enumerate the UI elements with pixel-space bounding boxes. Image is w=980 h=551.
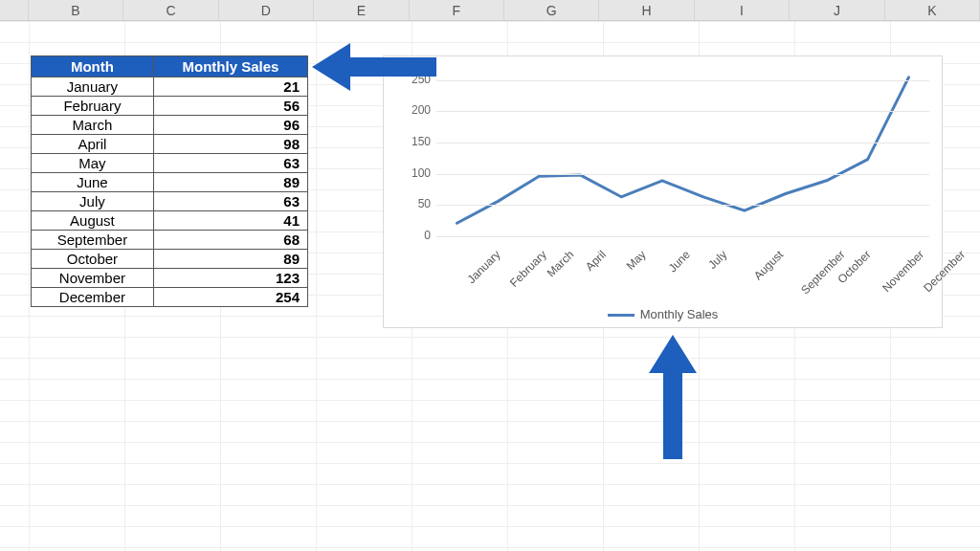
column-header[interactable]: K (885, 0, 980, 20)
svg-marker-1 (649, 335, 697, 459)
chart-gridline: 200 (436, 111, 929, 112)
column-header[interactable]: B (29, 0, 123, 20)
column-header[interactable]: H (599, 0, 694, 20)
chart-y-tick-label: 200 (398, 103, 431, 117)
sales-cell[interactable]: 56 (153, 97, 307, 116)
sales-cell[interactable]: 89 (153, 173, 307, 192)
chart-gridline: 100 (436, 174, 929, 175)
chart-gridline: 50 (436, 205, 929, 206)
legend-swatch-icon (608, 314, 635, 317)
column-header-blank (0, 0, 29, 20)
sales-cell[interactable]: 89 (153, 250, 307, 269)
column-header[interactable]: I (695, 0, 790, 20)
table-row[interactable]: June89 (32, 173, 308, 192)
chart-x-tick-label: July (705, 248, 729, 272)
sales-cell[interactable]: 63 (153, 192, 307, 211)
chart-y-tick-label: 150 (398, 135, 431, 148)
month-cell[interactable]: October (32, 250, 154, 269)
sales-data-table[interactable]: Month Monthly Sales January21 February56… (31, 55, 308, 307)
table-row[interactable]: April98 (32, 135, 308, 154)
chart-y-tick-label: 0 (398, 229, 431, 242)
table-row[interactable]: August41 (32, 211, 308, 231)
svg-marker-0 (312, 43, 436, 91)
chart-x-tick-label: April (583, 248, 609, 274)
chart-series-line[interactable] (436, 74, 929, 236)
table-header-month[interactable]: Month (32, 56, 154, 77)
table-row[interactable]: December254 (32, 288, 308, 307)
chart-legend[interactable]: Monthly Sales (384, 307, 942, 321)
legend-label: Monthly Sales (640, 307, 719, 321)
chart-x-axis-labels: JanuaryFebruaryMarchAprilMayJuneJulyAugu… (436, 242, 929, 295)
month-cell[interactable]: May (32, 154, 154, 173)
column-header[interactable]: F (410, 0, 504, 20)
month-cell[interactable]: November (32, 269, 154, 288)
chart-y-tick-label: 50 (398, 197, 431, 210)
table-row[interactable]: July63 (32, 192, 308, 211)
table-row[interactable]: May63 (32, 154, 308, 173)
month-cell[interactable]: March (32, 116, 154, 135)
chart-x-tick-label: January (465, 248, 503, 286)
month-cell[interactable]: April (32, 135, 154, 154)
chart-plot-area[interactable]: 050100150200250 (436, 74, 929, 236)
table-row[interactable]: February56 (32, 97, 308, 116)
sales-cell[interactable]: 63 (153, 154, 307, 173)
sales-cell[interactable]: 123 (153, 269, 307, 288)
table-row[interactable]: November123 (32, 269, 308, 288)
column-header[interactable]: E (314, 0, 409, 20)
month-cell[interactable]: December (32, 288, 154, 307)
month-cell[interactable]: June (32, 173, 154, 192)
line-chart[interactable]: 050100150200250 JanuaryFebruaryMarchApri… (383, 55, 943, 328)
sales-cell[interactable]: 254 (153, 288, 307, 307)
sales-cell[interactable]: 21 (153, 77, 307, 97)
spreadsheet-column-headers: B C D E F G H I J K (0, 0, 980, 21)
table-row[interactable]: September68 (32, 231, 308, 250)
chart-y-tick-label: 100 (398, 166, 431, 180)
table-row[interactable]: October89 (32, 250, 308, 269)
month-cell[interactable]: February (32, 97, 154, 116)
chart-x-tick-label: August (751, 248, 786, 282)
sales-cell[interactable]: 96 (153, 116, 307, 135)
table-header-sales[interactable]: Monthly Sales (153, 56, 307, 77)
column-header[interactable]: D (219, 0, 314, 20)
sales-cell[interactable]: 98 (153, 135, 307, 154)
chart-x-tick-label: March (545, 248, 576, 279)
month-cell[interactable]: September (32, 231, 154, 250)
chart-x-tick-label: November (880, 248, 926, 295)
column-header[interactable]: G (504, 0, 599, 20)
month-cell[interactable]: July (32, 192, 154, 211)
table-row[interactable]: March96 (32, 116, 308, 135)
chart-x-tick-label: February (507, 248, 549, 290)
column-header[interactable]: C (123, 0, 218, 20)
chart-x-tick-label: June (666, 248, 693, 275)
table-body: January21 February56 March96 April98 May… (32, 77, 308, 307)
month-cell[interactable]: January (32, 77, 154, 97)
arrow-up-icon (649, 335, 697, 459)
sales-cell[interactable]: 68 (153, 231, 307, 250)
chart-gridline: 250 (436, 80, 929, 81)
table-row[interactable]: January21 (32, 77, 308, 97)
sales-cell[interactable]: 41 (153, 211, 307, 231)
column-header[interactable]: J (790, 0, 884, 20)
arrow-left-icon (312, 43, 436, 91)
month-cell[interactable]: August (32, 211, 154, 231)
chart-gridline: 0 (436, 236, 929, 237)
chart-gridline: 150 (436, 143, 929, 143)
chart-x-tick-label: May (624, 248, 649, 273)
